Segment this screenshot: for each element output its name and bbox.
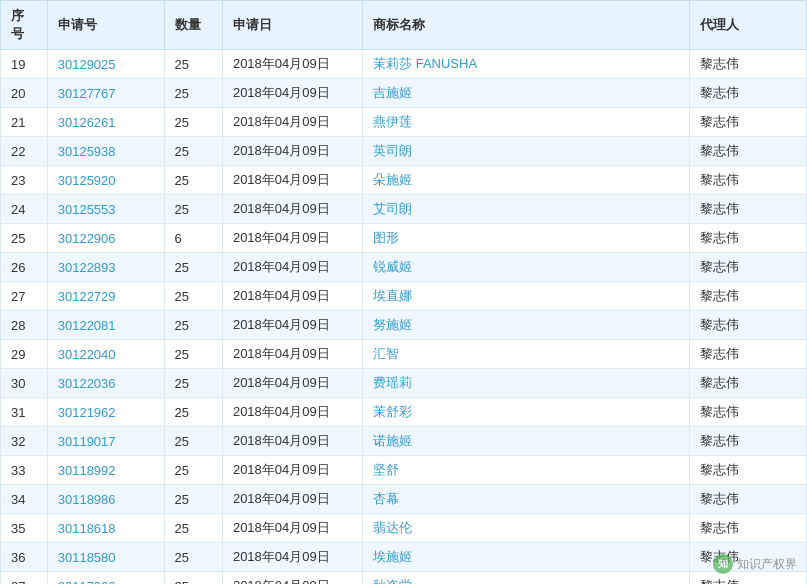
cell-id[interactable]: 30118580 [47, 543, 164, 572]
cell-name[interactable]: 诺施姬 [363, 427, 690, 456]
cell-id[interactable]: 30119017 [47, 427, 164, 456]
name-link[interactable]: 埃施姬 [373, 549, 412, 564]
cell-person: 黎志伟 [690, 514, 807, 543]
cell-name[interactable]: 艾司朗 [363, 195, 690, 224]
cell-date: 2018年04月09日 [222, 50, 362, 79]
cell-id[interactable]: 30121962 [47, 398, 164, 427]
cell-id[interactable]: 30118992 [47, 456, 164, 485]
cell-date: 2018年04月09日 [222, 456, 362, 485]
name-link[interactable]: 茉莉莎 FANUSHA [373, 56, 477, 71]
watermark-label: 知识产权界 [737, 556, 797, 573]
cell-person: 黎志伟 [690, 427, 807, 456]
name-link[interactable]: 燕伊莲 [373, 114, 412, 129]
name-link[interactable]: 费瑶莉 [373, 375, 412, 390]
cell-id[interactable]: 30126261 [47, 108, 164, 137]
name-link[interactable]: 翡达伦 [373, 520, 412, 535]
id-link[interactable]: 30122036 [58, 376, 116, 391]
table-row: 2130126261252018年04月09日燕伊莲黎志伟 [1, 108, 807, 137]
cell-id[interactable]: 30122729 [47, 282, 164, 311]
id-link[interactable]: 30129025 [58, 57, 116, 72]
cell-name[interactable]: 英司朗 [363, 137, 690, 166]
cell-name[interactable]: 秋姿堂 [363, 572, 690, 585]
name-link[interactable]: 锐威姬 [373, 259, 412, 274]
cell-name[interactable]: 费瑶莉 [363, 369, 690, 398]
cell-id[interactable]: 30125553 [47, 195, 164, 224]
id-link[interactable]: 30118580 [58, 550, 116, 565]
cell-count: 25 [164, 398, 222, 427]
name-link[interactable]: 朵施姬 [373, 172, 412, 187]
id-link[interactable]: 30125920 [58, 173, 116, 188]
name-link[interactable]: 吉施姬 [373, 85, 412, 100]
cell-count: 25 [164, 79, 222, 108]
cell-date: 2018年04月09日 [222, 427, 362, 456]
cell-person: 黎志伟 [690, 485, 807, 514]
name-link[interactable]: 坚舒 [373, 462, 399, 477]
cell-id[interactable]: 30122040 [47, 340, 164, 369]
name-link[interactable]: 汇智 [373, 346, 399, 361]
id-link[interactable]: 30125938 [58, 144, 116, 159]
cell-id[interactable]: 30127767 [47, 79, 164, 108]
name-link[interactable]: 杏幕 [373, 491, 399, 506]
name-link[interactable]: 茉舒彩 [373, 404, 412, 419]
name-link[interactable]: 埃直娜 [373, 288, 412, 303]
cell-num: 28 [1, 311, 48, 340]
id-link[interactable]: 30125553 [58, 202, 116, 217]
id-link[interactable]: 30118992 [58, 463, 116, 478]
cell-id[interactable]: 30118986 [47, 485, 164, 514]
name-link[interactable]: 英司朗 [373, 143, 412, 158]
name-link[interactable]: 艾司朗 [373, 201, 412, 216]
id-link[interactable]: 30121962 [58, 405, 116, 420]
cell-id[interactable]: 30122081 [47, 311, 164, 340]
name-link[interactable]: 诺施姬 [373, 433, 412, 448]
cell-num: 22 [1, 137, 48, 166]
cell-name[interactable]: 燕伊莲 [363, 108, 690, 137]
id-link[interactable]: 30122893 [58, 260, 116, 275]
cell-name[interactable]: 茉舒彩 [363, 398, 690, 427]
id-link[interactable]: 30122906 [58, 231, 116, 246]
cell-name[interactable]: 埃直娜 [363, 282, 690, 311]
cell-id[interactable]: 30122906 [47, 224, 164, 253]
cell-date: 2018年04月09日 [222, 253, 362, 282]
cell-name[interactable]: 坚舒 [363, 456, 690, 485]
cell-name[interactable]: 汇智 [363, 340, 690, 369]
cell-id[interactable]: 30122893 [47, 253, 164, 282]
name-link[interactable]: 图形 [373, 230, 399, 245]
cell-person: 黎志伟 [690, 224, 807, 253]
cell-id[interactable]: 30129025 [47, 50, 164, 79]
id-link[interactable]: 30122040 [58, 347, 116, 362]
cell-name[interactable]: 翡达伦 [363, 514, 690, 543]
table-row: 3730117366252018年04月09日秋姿堂黎志伟 [1, 572, 807, 585]
cell-name[interactable]: 朵施姬 [363, 166, 690, 195]
cell-name[interactable]: 锐威姬 [363, 253, 690, 282]
cell-date: 2018年04月09日 [222, 543, 362, 572]
table-row: 2430125553252018年04月09日艾司朗黎志伟 [1, 195, 807, 224]
name-link[interactable]: 秋姿堂 [373, 578, 412, 584]
cell-id[interactable]: 30118618 [47, 514, 164, 543]
id-link[interactable]: 30119017 [58, 434, 116, 449]
cell-name[interactable]: 埃施姬 [363, 543, 690, 572]
cell-count: 25 [164, 369, 222, 398]
cell-name[interactable]: 图形 [363, 224, 690, 253]
cell-id[interactable]: 30125920 [47, 166, 164, 195]
id-link[interactable]: 30118618 [58, 521, 116, 536]
id-link[interactable]: 30122081 [58, 318, 116, 333]
cell-count: 25 [164, 108, 222, 137]
cell-id[interactable]: 30117366 [47, 572, 164, 585]
cell-name[interactable]: 茉莉莎 FANUSHA [363, 50, 690, 79]
cell-name[interactable]: 杏幕 [363, 485, 690, 514]
cell-name[interactable]: 吉施姬 [363, 79, 690, 108]
name-link[interactable]: 努施姬 [373, 317, 412, 332]
id-link[interactable]: 30122729 [58, 289, 116, 304]
col-header-person: 代理人 [690, 1, 807, 50]
id-link[interactable]: 30118986 [58, 492, 116, 507]
data-table: 序号 申请号 数量 申请日 商标名称 代理人 1930129025252018年… [0, 0, 807, 584]
id-link[interactable]: 30126261 [58, 115, 116, 130]
cell-id[interactable]: 30122036 [47, 369, 164, 398]
id-link[interactable]: 30127767 [58, 86, 116, 101]
cell-name[interactable]: 努施姬 [363, 311, 690, 340]
cell-person: 黎志伟 [690, 253, 807, 282]
id-link[interactable]: 30117366 [58, 579, 116, 585]
cell-id[interactable]: 30125938 [47, 137, 164, 166]
cell-person: 黎志伟 [690, 166, 807, 195]
cell-num: 21 [1, 108, 48, 137]
